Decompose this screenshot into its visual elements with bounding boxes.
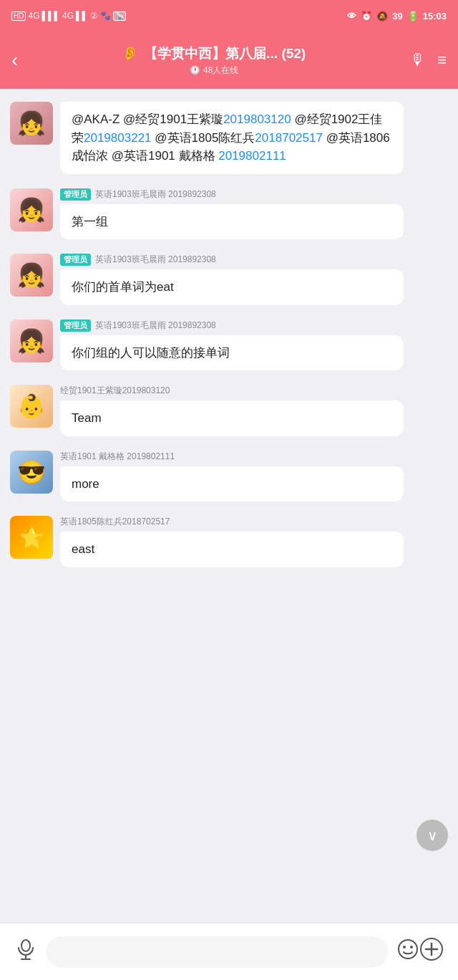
header-center: 👂 【学贯中西】第八届... (52) 🕐 48人在线: [18, 44, 410, 77]
message-content: @AKA-Z @经贸1901王紫璇2019803120 @经贸1902王佳荣20…: [60, 102, 448, 174]
message-bubble: Team: [60, 400, 404, 436]
message-group: 🌟 英语1805陈红兵2018702517 east: [0, 509, 458, 575]
menu-icon[interactable]: ≡: [437, 51, 447, 69]
link-text[interactable]: 2019803120: [223, 112, 291, 126]
online-count: 48人在线: [203, 64, 238, 77]
clock-icon: 🕐: [190, 65, 200, 75]
message-group: 英语1901 戴格格 2019802111 more: [0, 443, 458, 509]
message-sender: 英语1901 戴格格 2019802111: [60, 451, 448, 463]
message-text: 你们组的人可以随意的接单词: [72, 346, 230, 360]
svg-point-4: [403, 946, 406, 948]
back-button[interactable]: ‹: [11, 49, 18, 72]
chat-title: 👂 【学贯中西】第八届... (52): [122, 44, 306, 63]
avatar: [10, 320, 53, 362]
battery-indicator: 39: [392, 11, 402, 21]
chat-area: @AKA-Z @经贸1901王紫璇2019803120 @经贸1902王佳荣20…: [0, 89, 458, 923]
message-bubble: more: [60, 466, 404, 502]
paw-icon: 🐾: [100, 11, 111, 21]
message-input[interactable]: [46, 936, 388, 968]
sender-name: 英语1901 戴格格 2019802111: [60, 451, 175, 463]
message-text: 你们的首单词为eat: [72, 280, 174, 294]
message-content: 管理员 英语1903班毛晨雨 2019892308 你们的首单词为eat: [60, 254, 448, 305]
link-text[interactable]: 2018702517: [255, 131, 323, 145]
svg-point-3: [399, 940, 417, 959]
message-sender: 管理员 英语1903班毛晨雨 2019892308: [60, 320, 448, 332]
header-icons: 🎙 ≡: [410, 51, 447, 69]
signal-icon: ▌▌▌: [42, 11, 60, 21]
message-content: 管理员 英语1903班毛晨雨 2019892308 第一组: [60, 188, 448, 240]
extra-icon: 📡: [113, 11, 126, 21]
admin-badge: 管理员: [60, 320, 91, 332]
chat-container: @AKA-Z @经贸1901王紫璇2019803120 @经贸1902王佳荣20…: [0, 89, 458, 923]
chevron-down-icon: ∨: [427, 827, 438, 844]
message-bubble: 你们组的人可以随意的接单词: [60, 335, 404, 371]
message-group: 管理员 英语1903班毛晨雨 2019892308 你们的首单词为eat: [0, 246, 458, 312]
svg-point-5: [410, 946, 413, 948]
microphone-icon: [14, 938, 37, 961]
message-sender: 管理员 英语1903班毛晨雨 2019892308: [60, 188, 448, 201]
message-content: 英语1805陈红兵2018702517 east: [60, 516, 448, 567]
avatar: [10, 254, 53, 297]
sender-name: 经贸1901王紫璇2019803120: [60, 385, 170, 397]
message-sender: 管理员 英语1903班毛晨雨 2019892308: [60, 254, 448, 266]
mute-icon: 🔕: [376, 11, 388, 21]
link-text[interactable]: 2019803221: [84, 131, 152, 145]
message-text: east: [72, 542, 94, 556]
message-text: more: [72, 477, 99, 491]
chat-header: ‹ 👂 【学贯中西】第八届... (52) 🕐 48人在线 🎙 ≡: [0, 32, 458, 89]
message-group: @AKA-Z @经贸1901王紫璇2019803120 @经贸1902王佳荣20…: [0, 95, 458, 181]
signal-icon2: ▌▌: [76, 11, 88, 21]
alarm-icon: ⏰: [361, 11, 372, 21]
message-sender: 英语1805陈红兵2018702517: [60, 516, 448, 528]
status-bar: HD 4G ▌▌▌ 4G ▌▌ ② 🐾 📡 👁 ⏰ 🔕 39 🔋 15:03: [0, 0, 458, 32]
hearing-icon: 👂: [122, 46, 138, 62]
message-group: 管理员 英语1903班毛晨雨 2019892308 第一组: [0, 181, 458, 247]
eye-icon: 👁: [347, 11, 356, 21]
message-text: 第一组: [72, 215, 108, 229]
add-button[interactable]: [419, 937, 444, 966]
time-display: 15:03: [423, 11, 447, 21]
emoji-button[interactable]: [396, 938, 419, 966]
message-sender: 经贸1901王紫璇2019803120: [60, 385, 448, 397]
emoji-icon: [396, 938, 419, 961]
voice-call-icon[interactable]: 🎙: [410, 51, 426, 69]
hd-indicator: HD: [11, 11, 26, 21]
message-bubble: 你们的首单词为eat: [60, 269, 404, 305]
plus-icon: [419, 937, 444, 961]
svg-point-0: [21, 940, 30, 951]
link-text[interactable]: 2019802111: [218, 149, 286, 163]
scroll-to-bottom-button[interactable]: ∨: [416, 820, 448, 851]
network-4g1: 4G: [28, 11, 39, 21]
network-4g2: 4G: [62, 11, 74, 21]
sender-name: 英语1903班毛晨雨 2019892308: [95, 254, 216, 266]
message-content: 英语1901 戴格格 2019802111 more: [60, 451, 448, 502]
avatar: [10, 451, 53, 494]
message-group: 管理员 英语1903班毛晨雨 2019892308 你们组的人可以随意的接单词: [0, 312, 458, 378]
admin-badge: 管理员: [60, 188, 91, 201]
wifi-icon: ②: [90, 11, 98, 21]
chat-title-text: 【学贯中西】第八届... (52): [144, 44, 306, 63]
status-right: 👁 ⏰ 🔕 39 🔋 15:03: [347, 11, 447, 21]
message-bubble: @AKA-Z @经贸1901王紫璇2019803120 @经贸1902王佳荣20…: [60, 102, 404, 174]
bottom-bar: [0, 923, 458, 980]
avatar: [10, 188, 53, 231]
status-left: HD 4G ▌▌▌ 4G ▌▌ ② 🐾 📡: [11, 11, 126, 21]
message-bubble: 第一组: [60, 204, 404, 240]
sender-name: 英语1805陈红兵2018702517: [60, 516, 170, 528]
chat-subtitle: 🕐 48人在线: [190, 64, 238, 77]
message-group: 经贸1901王紫璇2019803120 Team: [0, 378, 458, 443]
avatar: [10, 102, 53, 145]
sender-name: 英语1903班毛晨雨 2019892308: [95, 188, 216, 201]
avatar: 🌟: [10, 516, 53, 559]
message-text: Team: [72, 411, 102, 425]
message-content: 管理员 英语1903班毛晨雨 2019892308 你们组的人可以随意的接单词: [60, 320, 448, 371]
battery-icon: 🔋: [407, 11, 419, 21]
sender-name: 英语1903班毛晨雨 2019892308: [95, 320, 216, 332]
avatar: [10, 385, 53, 428]
admin-badge: 管理员: [60, 254, 91, 266]
microphone-button[interactable]: [14, 938, 37, 966]
message-bubble: east: [60, 532, 404, 567]
message-content: 经贸1901王紫璇2019803120 Team: [60, 385, 448, 436]
